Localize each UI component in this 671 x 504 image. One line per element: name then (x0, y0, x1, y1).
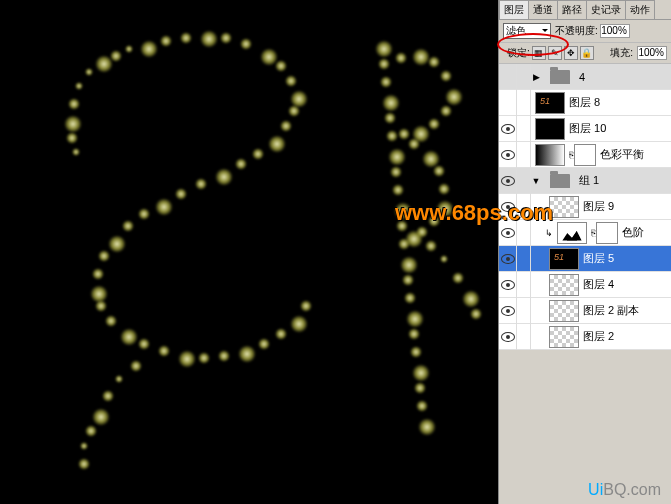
eye-icon[interactable] (501, 306, 515, 316)
eye-icon[interactable] (501, 150, 515, 160)
watermark-uibq: UiBQ.com (588, 481, 661, 499)
layers-panel: 图层 通道 路径 史记录 动作 滤色 不透明度: 100% 锁定: ▦ ✎ ✥ … (498, 0, 671, 504)
layer-name: 图层 10 (569, 121, 671, 136)
folder-icon (545, 170, 575, 192)
tab-paths[interactable]: 路径 (557, 0, 587, 19)
layer-mask (596, 222, 618, 244)
layer-thumb (549, 326, 579, 348)
layer-thumb (549, 300, 579, 322)
chevron-right-icon[interactable]: ▶ (531, 72, 541, 82)
chevron-down-icon[interactable]: ▼ (531, 176, 541, 186)
layer-name: 图层 8 (569, 95, 671, 110)
fill-label: 填充: (610, 46, 633, 60)
layer-thumb (549, 274, 579, 296)
layer-row-8[interactable]: 图层 8 (499, 90, 671, 116)
tab-history[interactable]: 史记录 (586, 0, 626, 19)
canvas-art (0, 0, 498, 504)
adjustment-thumb (557, 222, 587, 244)
eye-icon[interactable] (501, 228, 515, 238)
lock-position-icon[interactable]: ✥ (564, 46, 578, 60)
opacity-label: 不透明度: (555, 24, 598, 38)
eye-icon[interactable] (501, 332, 515, 342)
layer-row-4[interactable]: 图层 4 (499, 272, 671, 298)
layer-name: 图层 4 (583, 277, 671, 292)
layer-row-2-copy[interactable]: 图层 2 副本 (499, 298, 671, 324)
layer-thumb (549, 248, 579, 270)
eye-icon[interactable] (501, 176, 515, 186)
layer-name: 图层 2 (583, 329, 671, 344)
layer-thumb (535, 118, 565, 140)
tab-channels[interactable]: 通道 (528, 0, 558, 19)
layer-mask (574, 144, 596, 166)
layer-thumb (535, 92, 565, 114)
tab-actions[interactable]: 动作 (625, 0, 655, 19)
layer-group-4[interactable]: ▶ 4 (499, 64, 671, 90)
tab-layers[interactable]: 图层 (499, 0, 529, 19)
watermark-68ps: www.68ps.com (395, 200, 553, 226)
layer-name: 色彩平衡 (600, 147, 671, 162)
lock-label: 锁定: (507, 46, 530, 60)
eye-icon[interactable] (501, 280, 515, 290)
layer-name: 4 (579, 71, 671, 83)
eye-icon[interactable] (501, 254, 515, 264)
blend-mode-select[interactable]: 滤色 (503, 23, 551, 39)
layer-row-colorbalance[interactable]: ⎘ 色彩平衡 (499, 142, 671, 168)
layer-name: 组 1 (579, 173, 671, 188)
layer-name: 色阶 (622, 225, 671, 240)
eye-icon[interactable] (501, 124, 515, 134)
layer-row-10[interactable]: 图层 10 (499, 116, 671, 142)
layer-name: 图层 5 (583, 251, 671, 266)
lock-all-icon[interactable]: 🔒 (580, 46, 594, 60)
folder-icon (545, 66, 575, 88)
lock-transparent-icon[interactable]: ▦ (532, 46, 546, 60)
opacity-input[interactable]: 100% (600, 24, 630, 38)
layer-row-2[interactable]: 图层 2 (499, 324, 671, 350)
lock-pixels-icon[interactable]: ✎ (548, 46, 562, 60)
layer-thumb (549, 196, 579, 218)
fill-input[interactable]: 100% (637, 46, 667, 60)
layer-row-5[interactable]: 图层 5 (499, 246, 671, 272)
layer-name: 图层 9 (583, 199, 671, 214)
layer-name: 图层 2 副本 (583, 303, 671, 318)
layer-group-1[interactable]: ▼ 组 1 (499, 168, 671, 194)
adjustment-thumb (535, 144, 565, 166)
